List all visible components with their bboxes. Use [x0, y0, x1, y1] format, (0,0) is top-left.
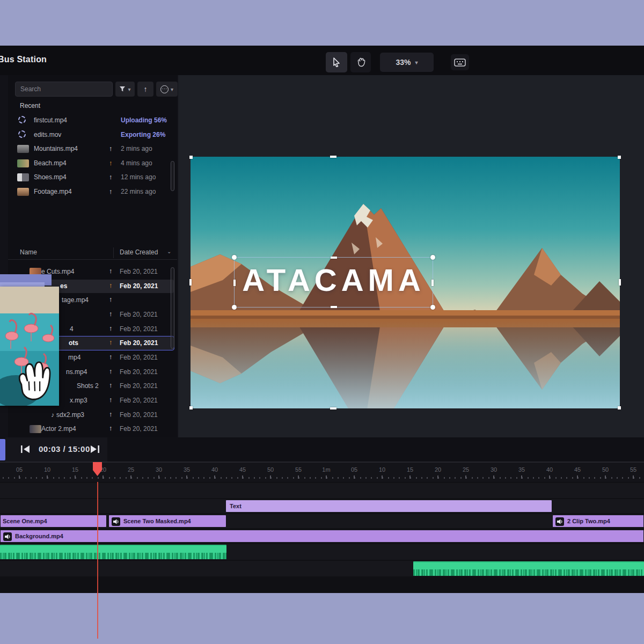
recent-item[interactable]: edits.movExporting 26%	[8, 128, 177, 142]
thumb-mountains-icon	[17, 145, 29, 153]
audio-speaker-icon	[555, 517, 564, 526]
resize-handle[interactable]	[232, 255, 237, 260]
file-name: Shots 2	[77, 382, 99, 390]
hand-tool-button[interactable]	[350, 52, 371, 72]
shortcuts-button[interactable]	[451, 54, 469, 70]
zoom-level-dropdown[interactable]: 33% ▾	[380, 53, 434, 72]
upload-arrow-icon: ↑	[109, 367, 113, 375]
frame-handle[interactable]	[619, 279, 621, 286]
playback-controls: 00:03 / 15:00	[5, 437, 107, 462]
file-date: Feb 20, 2021	[120, 282, 158, 290]
date-created-column-header[interactable]: Date Created	[120, 248, 158, 256]
filter-button[interactable]: ▾	[115, 82, 135, 97]
upload-arrow-icon: ↑	[109, 144, 113, 152]
search-input[interactable]	[15, 82, 113, 97]
clip-label: Background.mp4	[15, 533, 63, 539]
audio-speaker-icon	[3, 532, 12, 541]
select-tool-button[interactable]	[326, 52, 347, 72]
clip-label: Scene Two Masked.mp4	[123, 518, 191, 524]
recent-section-header: Recent	[20, 102, 40, 109]
clip-two-clip[interactable]: 2 Clip Two.mp4	[552, 515, 644, 528]
frame-handle[interactable]	[189, 156, 193, 159]
resize-handle[interactable]	[232, 305, 237, 310]
file-date: Feb 20, 2021	[120, 354, 158, 361]
file-date: Feb 20, 2021	[120, 382, 158, 390]
file-name: sdx2.mp3	[56, 411, 84, 419]
upload-arrow-icon: ↑	[109, 267, 113, 275]
table-scrollbar[interactable]	[171, 267, 174, 349]
audio-speaker-icon	[112, 517, 120, 526]
more-options-button[interactable]: ··· ▾	[156, 82, 178, 97]
upload-button[interactable]: ↑	[137, 82, 153, 97]
audio-waveform-clip[interactable]	[413, 561, 644, 576]
file-name: edits.mov	[34, 131, 61, 138]
empty-track[interactable]	[0, 483, 644, 498]
frame-handle[interactable]	[618, 406, 621, 409]
spinner-icon	[18, 116, 26, 123]
file-name: ots	[69, 339, 78, 347]
scene-two-masked-clip[interactable]: Scene Two Masked.mp4	[108, 515, 226, 528]
scene-one-clip[interactable]: Scene One.mp4	[0, 515, 107, 528]
hand-icon	[356, 57, 365, 67]
recent-item[interactable]: Footage.mp4↑22 mins ago	[8, 185, 177, 199]
file-status: 22 mins ago	[121, 188, 156, 195]
upload-arrow-icon: ↑	[109, 310, 113, 318]
background-clip[interactable]: Background.mp4	[0, 530, 644, 543]
upload-arrow-icon: ↑	[109, 410, 113, 418]
frame-handle[interactable]	[618, 156, 621, 159]
frame-handle[interactable]	[330, 407, 336, 409]
audio-waveform-clip[interactable]	[0, 545, 226, 559]
file-date: Feb 20, 2021	[120, 411, 158, 419]
frame-handle[interactable]	[189, 406, 193, 409]
thumb-beach-icon	[17, 159, 29, 167]
ruler-label: 10	[379, 466, 385, 473]
filter-funnel-icon	[119, 86, 126, 92]
upload-arrow-icon: ↑	[109, 338, 113, 346]
recent-item[interactable]: Mountains.mp4↑2 mins ago	[8, 142, 177, 156]
file-name: Actor 2.mp4	[41, 425, 76, 433]
resize-handle[interactable]	[331, 306, 337, 308]
column-divider	[113, 247, 114, 258]
timeline-tracks: Text Scene One.mp4 Scene Two Masked.mp4 …	[0, 482, 644, 593]
resize-handle[interactable]	[431, 280, 434, 286]
resize-handle[interactable]	[430, 255, 435, 260]
text-selection-box[interactable]	[234, 257, 433, 308]
resize-handle[interactable]	[430, 305, 435, 310]
preview-canvas-area: ATACAMA	[178, 75, 644, 464]
ruler-label: 15	[407, 466, 413, 473]
name-column-header[interactable]: Name	[20, 248, 37, 256]
table-row[interactable]: ♪sdx2.mp3↑Feb 20, 2021	[11, 408, 174, 422]
keyboard-icon	[454, 58, 466, 67]
ruler-label: 45	[239, 466, 246, 473]
recent-item[interactable]: firstcut.mp4Uploading 56%	[8, 114, 177, 128]
text-clip[interactable]: Text	[225, 500, 552, 513]
file-status: 12 mins ago	[121, 173, 156, 181]
resize-handle[interactable]	[233, 280, 236, 286]
recent-scrollbar[interactable]	[171, 161, 174, 191]
next-frame-button[interactable]	[89, 444, 100, 454]
file-name: 4	[70, 325, 74, 333]
media-library-panel: ▾ ↑ ··· ▾ Recent firstcut.mp4Uploading 5…	[8, 75, 177, 464]
ruler-label: 05	[16, 466, 23, 473]
top-toolbar: Bus Station 33% ▾	[0, 46, 644, 75]
recent-item[interactable]: Beach.mp4↑4 mins ago	[8, 157, 177, 171]
ruler-label: 10	[44, 466, 50, 473]
ruler-label: 35	[518, 466, 525, 473]
upload-arrow-icon: ↑	[109, 353, 113, 361]
upload-arrow-icon: ↑	[109, 173, 113, 181]
table-row[interactable]: Actor 2.mp4↑Feb 20, 2021	[11, 422, 174, 436]
ruler-label: 45	[574, 466, 581, 473]
previous-frame-button[interactable]	[20, 444, 31, 454]
frame-handle[interactable]	[189, 279, 192, 286]
ruler-label: 30	[156, 466, 162, 473]
chevron-down-icon: ▾	[171, 86, 173, 92]
video-preview[interactable]: ATACAMA	[191, 157, 620, 408]
resize-handle[interactable]	[331, 257, 337, 259]
cursor-icon	[332, 57, 341, 67]
file-date: Feb 20, 2021	[120, 268, 158, 275]
frame-handle[interactable]	[330, 156, 336, 158]
upload-arrow-icon: ↑	[109, 159, 113, 167]
recent-item[interactable]: Shoes.mp4↑12 mins ago	[8, 171, 177, 185]
ruler-label: 15	[72, 466, 78, 473]
app-window: Bus Station 33% ▾ ▾ ↑	[0, 0, 644, 644]
